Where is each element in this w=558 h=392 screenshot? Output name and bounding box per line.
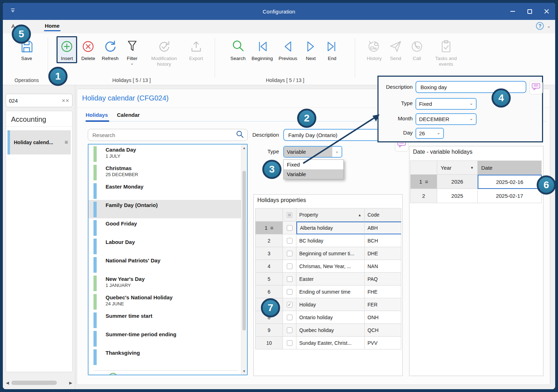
properties-table-row[interactable]: 4 Chrismas, New Year, ... NAN: [255, 260, 401, 273]
code-cell[interactable]: DHE: [365, 247, 401, 260]
previous-button[interactable]: Previous: [276, 36, 300, 63]
scroll-left-icon[interactable]: [5, 381, 10, 385]
property-checkbox[interactable]: [287, 238, 293, 244]
clear-search-icon[interactable]: ✕: [61, 98, 69, 103]
tab-home[interactable]: Home: [45, 23, 60, 29]
property-cell[interactable]: Alberta holiday: [296, 222, 365, 234]
code-cell[interactable]: QCH: [365, 324, 401, 337]
holiday-list-item[interactable]: New Year's Day 1 JANUARY: [88, 274, 247, 292]
property-checkbox-cell[interactable]: [283, 311, 296, 324]
column-header-property[interactable]: Property: [296, 208, 365, 222]
description-field[interactable]: [283, 129, 392, 141]
properties-table-row[interactable]: 5 Easter PAQ: [255, 273, 401, 285]
property-cell[interactable]: Chrismas, New Year, ...: [296, 260, 365, 273]
properties-table-row[interactable]: 1 Alberta holiday ABH: [255, 222, 401, 234]
column-header-year[interactable]: Year: [437, 160, 478, 175]
combo-chevron-icon[interactable]: [467, 99, 476, 109]
properties-table-row[interactable]: 9 Quebec holiday QCH: [255, 324, 401, 337]
dropdown-option[interactable]: Variable: [284, 169, 343, 179]
property-checkbox-cell[interactable]: [283, 324, 296, 337]
property-checkbox[interactable]: [287, 327, 293, 333]
code-cell[interactable]: FHE: [365, 285, 401, 298]
delete-button[interactable]: Delete: [78, 36, 98, 63]
code-cell[interactable]: ONH: [365, 311, 401, 324]
select-all-checkbox[interactable]: [283, 208, 296, 222]
property-checkbox[interactable]: [287, 289, 293, 295]
scroll-right-icon[interactable]: [68, 381, 73, 385]
holiday-list-scrollbar[interactable]: [241, 145, 247, 375]
property-cell[interactable]: Easter: [296, 273, 365, 285]
ribbon-collapse-icon[interactable]: [547, 24, 551, 28]
research-searchbox[interactable]: [88, 129, 248, 141]
property-checkbox-cell[interactable]: [283, 260, 296, 273]
tab-calendar[interactable]: Calendar: [117, 112, 140, 118]
year-cell[interactable]: 2026: [437, 175, 478, 189]
holiday-list-item[interactable]: Thanksgiving: [88, 348, 247, 366]
property-checkbox-cell[interactable]: [283, 298, 296, 311]
help-icon[interactable]: [536, 22, 544, 30]
property-cell[interactable]: Holiday: [296, 298, 365, 311]
scroll-up-icon[interactable]: [241, 146, 247, 150]
row-menu-icon[interactable]: [270, 225, 274, 231]
year-cell[interactable]: 2025: [437, 189, 478, 203]
insert-button[interactable]: Insert: [57, 36, 77, 63]
property-checkbox-cell[interactable]: [283, 222, 296, 234]
property-checkbox-cell[interactable]: [283, 234, 296, 247]
popup-description-input[interactable]: [420, 84, 522, 91]
popup-comment-button[interactable]: [529, 81, 543, 94]
close-button[interactable]: [538, 3, 555, 20]
column-header-date[interactable]: Date: [478, 160, 542, 175]
holiday-list-item[interactable]: Labour Day: [88, 237, 247, 255]
scroll-down-icon[interactable]: [241, 369, 247, 373]
type-combobox[interactable]: Variable: [283, 146, 342, 158]
date-cell[interactable]: 2025-02-17: [478, 189, 542, 203]
holiday-list-item[interactable]: Christmas 25 DECEMBER: [88, 163, 247, 181]
property-checkbox-cell[interactable]: [283, 247, 296, 260]
code-cell[interactable]: NAN: [365, 260, 401, 273]
maximize-button[interactable]: [521, 3, 538, 20]
filter-button[interactable]: Filter: [122, 36, 143, 66]
holiday-list-item[interactable]: Family Day (Ontario): [88, 200, 247, 218]
combo-chevron-icon[interactable]: [434, 129, 443, 138]
code-cell[interactable]: BCH: [365, 234, 401, 247]
scrollbar-thumb[interactable]: [11, 381, 57, 385]
properties-table-row[interactable]: 10 Sunday Easter, Christ... PVV: [255, 337, 401, 349]
holiday-list-item[interactable]: Quebec's National Holiday 24 JUNE: [88, 292, 247, 311]
combo-chevron-icon[interactable]: [332, 147, 342, 157]
item-menu-icon[interactable]: ≡: [65, 139, 68, 146]
beginning-button[interactable]: Beginning: [249, 36, 275, 63]
holiday-list-item[interactable]: Easter Monday: [88, 181, 247, 200]
code-cell[interactable]: PAQ: [365, 273, 401, 285]
property-cell[interactable]: Ending of summer time: [296, 285, 365, 298]
holiday-list-item[interactable]: Good Friday: [88, 218, 247, 237]
property-checkbox[interactable]: [287, 315, 293, 320]
property-checkbox[interactable]: [287, 225, 293, 231]
column-header-code[interactable]: Code: [365, 208, 401, 222]
row-menu-icon[interactable]: [425, 179, 428, 185]
popup-day-combobox[interactable]: 26: [415, 128, 444, 139]
combo-chevron-icon[interactable]: [467, 114, 476, 124]
dropdown-option[interactable]: Fixed: [284, 160, 343, 169]
search-button[interactable]: Search: [228, 36, 248, 63]
dates-table-row[interactable]: 2 2025 2025-02-17: [410, 189, 543, 203]
code-cell[interactable]: PVV: [365, 337, 401, 349]
code-cell[interactable]: FER: [365, 298, 401, 311]
property-cell[interactable]: Quebec holiday: [296, 324, 365, 337]
sidebar-search-value[interactable]: 024: [9, 98, 61, 104]
property-cell[interactable]: Ontario holiday: [296, 311, 365, 324]
sidebar-search[interactable]: 024 ✕: [6, 94, 73, 107]
property-checkbox[interactable]: [287, 263, 293, 269]
filter-dropdown-icon[interactable]: [130, 62, 134, 65]
refresh-button[interactable]: Refresh: [99, 36, 121, 63]
scrollbar-thumb[interactable]: [242, 171, 246, 331]
property-cell[interactable]: Sunday Easter, Christ...: [296, 337, 365, 349]
holiday-list-item[interactable]: Summer time start: [88, 311, 247, 329]
end-button[interactable]: End: [322, 36, 342, 63]
property-cell[interactable]: BC holiday: [296, 234, 365, 247]
tab-holidays[interactable]: Holidays: [86, 112, 108, 118]
holiday-list-item[interactable]: National Patriots' Day: [88, 255, 247, 274]
properties-table-row[interactable]: 3 Beginning of summer ti... DHE: [255, 247, 401, 260]
minimize-button[interactable]: [504, 3, 521, 20]
next-button[interactable]: Next: [300, 36, 321, 63]
property-checkbox[interactable]: [287, 251, 293, 256]
